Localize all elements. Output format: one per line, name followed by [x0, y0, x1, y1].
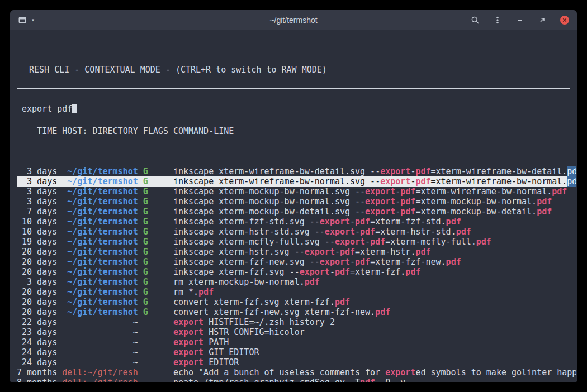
history-row[interactable]: 7 days ~/git/termshot G inkscape xterm-m…: [17, 207, 576, 217]
row-host-dir: ~/git/termshot: [57, 277, 138, 287]
row-command: inkscape xterm-fzf-std.svg --export-pdf=…: [173, 217, 576, 227]
history-row[interactable]: 3 days ~/git/termshot G inkscape xterm-w…: [17, 176, 576, 187]
history-row[interactable]: 20 days ~/git/termshot G convert xterm-f…: [17, 307, 576, 317]
search-box[interactable]: RESH CLI - CONTEXTUAL MODE - (CTRL+R to …: [17, 70, 570, 89]
row-flags: G: [138, 227, 173, 237]
history-row[interactable]: 3 days ~/git/termshot G inkscape xterm-w…: [17, 166, 576, 176]
row-time: 3 days: [17, 176, 57, 187]
row-time: 24 days: [17, 357, 57, 367]
row-host-dir: ~: [57, 337, 138, 347]
terminal-content: RESH CLI - CONTEXTUAL MODE - (CTRL+R to …: [10, 30, 577, 382]
row-flags: [138, 317, 173, 327]
minimize-icon: [515, 16, 524, 25]
row-host-dir: ~/git/termshot: [57, 307, 138, 317]
history-row[interactable]: 20 days ~/git/termshot G inkscape xterm-…: [17, 267, 576, 277]
row-flags: G: [138, 166, 173, 176]
row-host-dir: ~: [57, 347, 138, 357]
row-time: 10 days: [17, 227, 57, 237]
row-command: inkscape xterm-fzf-new.svg --export-pdf=…: [173, 257, 576, 267]
new-tab-icon: [18, 16, 28, 25]
minimize-button[interactable]: [515, 16, 524, 25]
history-row[interactable]: 10 days ~/git/termshot G inkscape xterm-…: [17, 227, 576, 237]
row-host-dir: dell:~/git/resh: [57, 377, 138, 382]
history-row[interactable]: 10 days ~/git/termshot G inkscape xterm-…: [17, 217, 576, 227]
row-command: inkscape xterm-mockup-bw-normal.svg --ex…: [173, 187, 576, 197]
row-flags: G: [138, 187, 173, 197]
row-host-dir: ~/git/termshot: [57, 217, 138, 227]
row-time: 24 days: [17, 347, 57, 357]
close-button[interactable]: [560, 16, 569, 25]
row-command: rm *.pdf: [173, 287, 576, 297]
row-host-dir: ~/git/termshot: [57, 267, 138, 277]
row-time: 20 days: [17, 297, 57, 307]
row-host-dir: ~/git/termshot: [57, 237, 138, 247]
row-host-dir: ~: [57, 317, 138, 327]
titlebar[interactable]: ▾ ~/git/termshot: [10, 10, 577, 30]
row-time: 24 days: [17, 337, 57, 347]
row-time: 3 days: [17, 197, 57, 207]
history-list: 3 days ~/git/termshot G inkscape xterm-w…: [17, 166, 576, 382]
row-command: rm xterm-mockup-bw-normal.pdf: [173, 277, 576, 287]
history-row[interactable]: 24 days ~ export GIT_EDITOR: [17, 347, 576, 357]
new-tab-button[interactable]: [18, 16, 28, 25]
new-tab-dropdown-button[interactable]: ▾: [31, 17, 35, 23]
text-cursor: [72, 104, 77, 113]
row-flags: [138, 377, 173, 382]
row-command: inkscape xterm-mockup-bw-detail.svg --ex…: [173, 207, 576, 217]
history-row[interactable]: 7 months dell:~/git/resh echo "Add a bun…: [17, 367, 576, 377]
row-command: convert xterm-fzf-new.svg xterm-fzf-new.…: [173, 307, 576, 317]
row-command: inkscape xterm-wireframe-bw-detail.svg -…: [173, 166, 576, 176]
search-button[interactable]: [471, 16, 480, 25]
row-host-dir: ~/git/termshot: [57, 257, 138, 267]
row-time: 19 days: [17, 237, 57, 247]
search-box-title: RESH CLI - CONTEXTUAL MODE - (CTRL+R to …: [25, 65, 331, 75]
row-time: 7 months: [17, 367, 57, 377]
history-row[interactable]: 3 days ~/git/termshot G inkscape xterm-m…: [17, 187, 576, 197]
history-row[interactable]: 20 days ~/git/termshot G inkscape xterm-…: [17, 247, 576, 257]
row-flags: G: [138, 207, 173, 217]
row-command: neato /tmp/resh-graphviz-cmdSeq.gv -Tpdf…: [173, 377, 576, 382]
row-time: 20 days: [17, 257, 57, 267]
restore-button[interactable]: [538, 16, 547, 25]
search-query-text: export pdf: [22, 104, 72, 114]
row-time: 3 days: [17, 166, 57, 176]
row-command: inkscape xterm-mcfly-full.svg --export-p…: [173, 237, 576, 247]
row-host-dir: ~/git/termshot: [57, 176, 138, 187]
search-input[interactable]: export pdf: [17, 101, 570, 117]
row-command: export EDITOR: [173, 357, 576, 367]
history-row[interactable]: 22 days ~ export HISTFILE=~/.zsh_history…: [17, 317, 576, 327]
history-row[interactable]: 19 days ~/git/termshot G inkscape xterm-…: [17, 237, 576, 247]
row-host-dir: ~/git/termshot: [57, 187, 138, 197]
row-flags: G: [138, 176, 173, 187]
history-row[interactable]: 23 days ~ export HSTR_CONFIG=hicolor: [17, 327, 576, 337]
menu-button[interactable]: [493, 16, 502, 25]
history-row[interactable]: 20 days ~/git/termshot G rm *.pdf: [17, 287, 576, 297]
history-row[interactable]: 20 days ~/git/termshot G inkscape xterm-…: [17, 257, 576, 267]
history-row[interactable]: 8 months dell:~/git/resh neato /tmp/resh…: [17, 377, 576, 382]
row-command: inkscape xterm-fzf.svg --export-pdf=xter…: [173, 267, 576, 277]
history-row[interactable]: 20 days ~/git/termshot G convert xterm-f…: [17, 297, 576, 307]
row-host-dir: ~/git/termshot: [57, 227, 138, 237]
row-time: 22 days: [17, 317, 57, 327]
history-row[interactable]: 3 days ~/git/termshot G inkscape xterm-m…: [17, 197, 576, 207]
row-time: 8 months: [17, 377, 57, 382]
row-host-dir: ~: [57, 327, 138, 337]
row-time: 20 days: [17, 247, 57, 257]
row-time: 10 days: [17, 217, 57, 227]
history-row[interactable]: 24 days ~ export PATH: [17, 337, 576, 347]
row-time: 7 days: [17, 207, 57, 217]
history-row[interactable]: 3 days ~/git/termshot G rm xterm-mockup-…: [17, 277, 576, 287]
row-command: inkscape xterm-hstr-std.svg --export-pdf…: [173, 227, 576, 237]
history-row[interactable]: 24 days ~ export EDITOR: [17, 357, 576, 367]
titlebar-left: ▾: [18, 16, 269, 25]
row-flags: G: [138, 287, 173, 297]
row-flags: [138, 327, 173, 337]
row-command: echo "Add a bunch of useless comments fo…: [173, 367, 576, 377]
row-host-dir: ~/git/termshot: [57, 197, 138, 207]
row-command: convert xterm-fzf.svg xterm-fzf.pdf: [173, 297, 576, 307]
restore-icon: [538, 16, 547, 25]
row-host-dir: ~: [57, 357, 138, 367]
row-flags: G: [138, 277, 173, 287]
row-time: 23 days: [17, 327, 57, 337]
row-flags: G: [138, 267, 173, 277]
